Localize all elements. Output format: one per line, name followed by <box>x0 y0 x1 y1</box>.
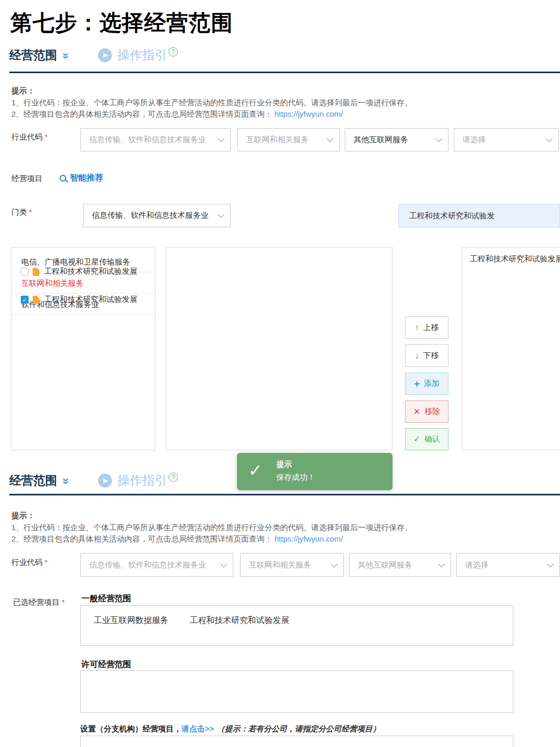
checkbox-unchecked[interactable] <box>21 268 29 275</box>
play-icon[interactable]: ▶ <box>98 48 112 62</box>
industry-code-label: 行业代码* <box>11 558 48 568</box>
search-icon <box>60 175 66 182</box>
smart-recommend-label: 智能推荐 <box>70 173 103 184</box>
toast-check-icon: ✓ <box>248 461 262 480</box>
selected-items-panel: 工程和技术研究和试验发展 <box>462 247 560 450</box>
industry-code-select-2[interactable]: 互联网和相关服务 <box>240 553 344 577</box>
branch-settings-label: 设置（分支机构）经营项目， <box>80 724 181 733</box>
branch-settings-row: 设置（分支机构）经营项目，请点击>>（提示：若有分公司，请指定分公司经营项目） <box>80 724 381 734</box>
required-asterisk: * <box>29 208 32 216</box>
add-button[interactable]: + 添加 <box>405 372 449 395</box>
chevron-down-icon <box>547 561 554 568</box>
plus-icon: + <box>414 378 419 390</box>
general-scope-item[interactable]: 工程和技术研究和试验发展 <box>190 615 289 626</box>
chevron-down-icon <box>546 135 553 142</box>
tips-line-1: 1、行业代码：按企业、个体工商户等所从事生产经营活动的性质进行行业分类的代码。请… <box>11 523 412 533</box>
industry-code-select-3[interactable]: 其他互联网服务 <box>349 553 451 577</box>
industry-code-select-3[interactable]: 其他互联网服务 <box>345 128 449 151</box>
guide-group: ▶ 操作指引 ? <box>98 472 178 489</box>
chevron-down-icon <box>218 135 225 142</box>
tips-heading: 提示： <box>11 511 35 521</box>
tips-line-2: 2、经营项目包含的具体相关活动内容，可点击总局经营范围详情页面查询： https… <box>11 534 343 544</box>
tips-heading: 提示： <box>11 86 35 96</box>
move-up-button[interactable]: ↑ 上移 <box>405 316 449 339</box>
licensed-scope-title: 许可经营范围 <box>81 659 131 670</box>
required-asterisk: * <box>45 132 48 141</box>
help-icon[interactable]: ? <box>169 473 178 482</box>
general-scope-title: 一般经营范围 <box>81 593 131 604</box>
guide-group: ▶ 操作指引 ? <box>98 47 178 63</box>
smart-recommend-button[interactable]: 智能推荐 <box>60 173 103 184</box>
document-icon <box>33 268 39 276</box>
industry-code-select-1[interactable]: 信息传输、软件和信息技术服务业 <box>80 128 231 151</box>
section2-title: 经营范围 <box>9 473 57 489</box>
checkbox-checked[interactable]: ✓ <box>21 296 29 303</box>
industry-code-label: 行业代码* <box>11 132 48 142</box>
project-items-panel <box>166 247 393 450</box>
section1-header: 经营范围 » ▶ 操作指引 ? <box>9 47 178 63</box>
tips-line-2-text: 2、经营项目包含的具体相关活动内容，可点击总局经营范围详情页面查询： <box>11 109 272 118</box>
selected-item[interactable]: 工程和技术研究和试验发展 <box>470 254 560 263</box>
category-label: 门类* <box>11 208 32 217</box>
business-project-label: 经营项目 <box>11 174 43 184</box>
industry-code-select-1[interactable]: 信息传输、软件和信息技术服务业 <box>80 553 233 577</box>
section1-title: 经营范围 <box>9 47 57 63</box>
scope-detail-link[interactable]: https://jyfwyun.com/ <box>275 109 343 118</box>
category-list-panel: 电信、广播电视和卫星传输服务 互联网和相关服务 软件和信息技术服务业 <box>11 247 156 450</box>
project-item-label: 工程和技术研究和试验发展 <box>44 295 137 305</box>
chevron-down-icon <box>220 561 227 568</box>
page: 第七步：选择经营范围 经营范围 » ▶ 操作指引 ? 提示： 1、行业代码：按企… <box>0 0 560 747</box>
tips-line-2: 2、经营项目包含的具体相关活动内容，可点击总局经营范围详情页面查询： https… <box>11 109 343 119</box>
branch-scope-box[interactable] <box>80 736 513 747</box>
general-scope-box: 工业互联网数据服务 工程和技术研究和试验发展 <box>80 605 513 646</box>
project-item-row[interactable]: ✓ 工程和技术研究和试验发展 <box>21 295 137 305</box>
toast-message: 保存成功！ <box>276 473 315 482</box>
section2-divider <box>9 494 560 495</box>
branch-settings-note: （提示：若有分公司，请指定分公司经营项目） <box>217 724 381 733</box>
required-asterisk: * <box>45 558 48 566</box>
selected-category-tag[interactable]: 工程和技术研究和试验发 <box>398 204 560 228</box>
chevron-down-icon <box>331 561 338 568</box>
play-icon[interactable]: ▶ <box>98 474 112 488</box>
licensed-scope-box[interactable] <box>80 670 513 713</box>
industry-code-select-4[interactable]: 请选择 <box>454 128 559 151</box>
project-item-label: 工程和技术研究和试验发展 <box>44 267 137 276</box>
chevron-down-icon <box>327 135 333 142</box>
chevron-down-icon <box>218 211 225 218</box>
collapse-double-chevron-icon[interactable]: » <box>60 52 72 57</box>
chevron-down-icon <box>436 135 442 142</box>
page-title: 第七步：选择经营范围 <box>10 8 233 37</box>
confirm-button[interactable]: ✓ 确认 <box>405 428 449 450</box>
remove-button[interactable]: ✕ 移除 <box>405 400 449 423</box>
section1-divider <box>9 72 560 73</box>
chevron-down-icon <box>438 561 445 568</box>
help-icon[interactable]: ? <box>169 47 178 57</box>
branch-settings-link[interactable]: 请点击>> <box>181 724 214 733</box>
guide-label[interactable]: 操作指引 <box>117 47 167 63</box>
cross-icon: ✕ <box>413 407 420 417</box>
selected-projects-label: 已选经营项目* <box>13 598 65 607</box>
general-scope-item[interactable]: 工业互联网数据服务 <box>94 615 169 626</box>
industry-code-select-4[interactable]: 请选择 <box>456 553 560 577</box>
document-icon <box>33 296 39 304</box>
tips-line-2-text: 2、经营项目包含的具体相关活动内容，可点击总局经营范围详情页面查询： <box>11 534 272 543</box>
tips-line-1: 1、行业代码：按企业、个体工商户等所从事生产经营活动的性质进行行业分类的代码。请… <box>11 98 412 108</box>
check-icon: ✓ <box>413 434 420 444</box>
category-select[interactable]: 信息传输、软件和信息技术服务业 <box>83 204 231 227</box>
collapse-double-chevron-icon[interactable]: » <box>60 478 72 482</box>
scope-detail-link[interactable]: https://jyfwyun.com/ <box>275 534 343 543</box>
guide-label[interactable]: 操作指引 <box>117 472 167 489</box>
up-arrow-icon: ↑ <box>415 323 419 333</box>
section2-header: 经营范围 » ▶ 操作指引 ? <box>9 472 178 489</box>
required-asterisk: * <box>62 598 65 606</box>
toast-title: 提示 <box>276 460 292 469</box>
down-arrow-icon: ↓ <box>415 351 419 361</box>
project-item-row[interactable]: 工程和技术研究和试验发展 <box>21 267 137 276</box>
success-toast: ✓ 提示 保存成功！ <box>237 453 393 490</box>
move-down-button[interactable]: ↓ 下移 <box>405 344 449 367</box>
industry-code-select-2[interactable]: 互联网和相关服务 <box>237 128 340 151</box>
